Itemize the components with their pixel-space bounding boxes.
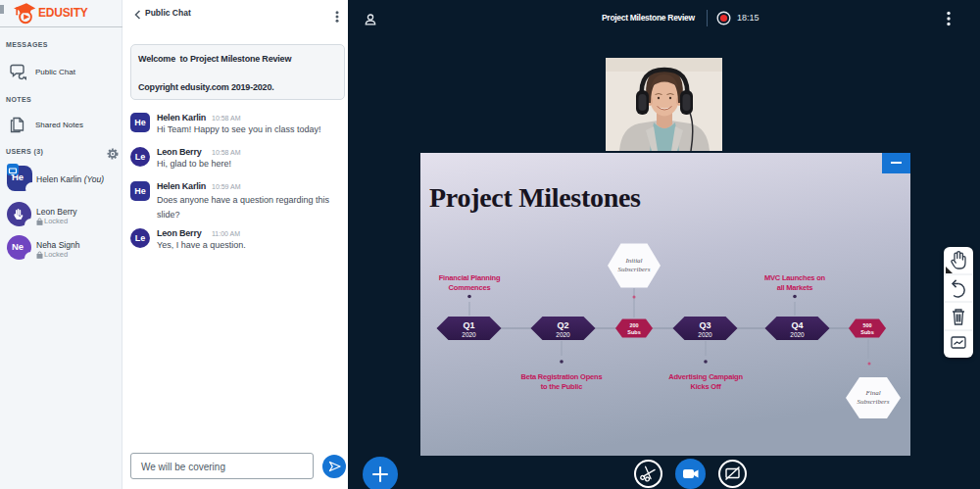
- svg-text:Subs: Subs: [627, 329, 640, 335]
- svg-text:2020: 2020: [556, 331, 570, 338]
- svg-text:Q4: Q4: [791, 320, 803, 330]
- svg-text:Q2: Q2: [557, 320, 568, 330]
- svg-text:Final: Final: [864, 389, 880, 397]
- svg-text:200: 200: [629, 322, 638, 328]
- svg-text:Advertising Campaign: Advertising Campaign: [668, 372, 743, 381]
- svg-text:to the Public: to the Public: [541, 382, 582, 391]
- svg-text:Project Milestones: Project Milestones: [429, 182, 641, 213]
- svg-text:all Markets: all Markets: [777, 283, 813, 292]
- svg-text:Subscribers: Subscribers: [857, 398, 889, 406]
- svg-text:Q1: Q1: [463, 320, 474, 330]
- svg-text:Financial Planning: Financial Planning: [439, 273, 501, 282]
- svg-text:500: 500: [862, 322, 871, 328]
- svg-text:Initial: Initial: [624, 257, 642, 265]
- svg-text:Beta Registration Opens: Beta Registration Opens: [521, 372, 603, 381]
- svg-text:EDUSITY: EDUSITY: [38, 6, 88, 20]
- svg-text:2020: 2020: [790, 331, 805, 338]
- svg-text:Subs: Subs: [860, 329, 873, 335]
- svg-text:2020: 2020: [698, 331, 712, 338]
- svg-text:2020: 2020: [462, 331, 476, 338]
- svg-text:Commences: Commences: [449, 283, 491, 292]
- svg-text:MVC Launches on: MVC Launches on: [764, 273, 826, 282]
- svg-text:Q3: Q3: [699, 320, 710, 330]
- svg-text:Subscribers: Subscribers: [617, 266, 650, 273]
- svg-text:Kicks Off: Kicks Off: [690, 382, 721, 391]
